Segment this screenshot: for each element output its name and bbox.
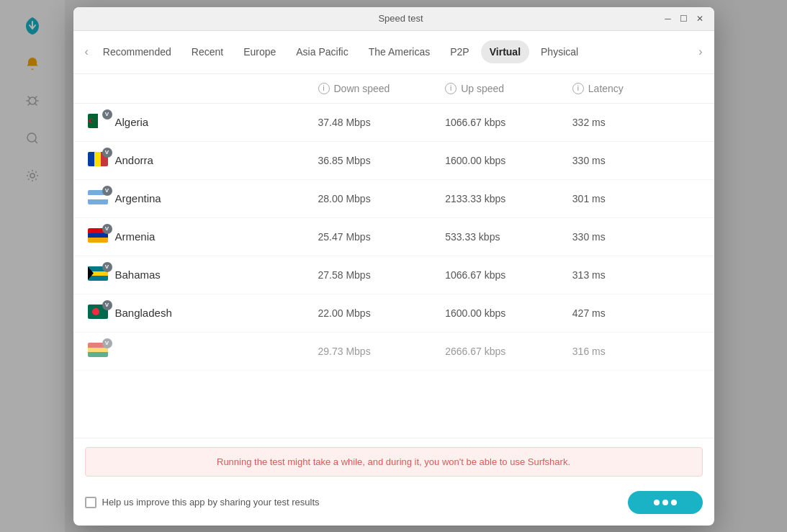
checkbox-label-text: Help us improve this app by sharing your…	[102, 497, 320, 508]
tab-recommended[interactable]: Recommended	[94, 40, 180, 63]
server-latency: 301 ms	[572, 193, 700, 204]
server-latency: 330 ms	[572, 155, 700, 166]
server-name-cell: V Bangladesh	[88, 305, 318, 322]
flag-container: V	[88, 305, 108, 322]
footer-controls: Help us improve this app by sharing your…	[73, 482, 714, 526]
latency-info-icon[interactable]: i	[572, 83, 584, 94]
server-up-speed: 1600.00 kbps	[445, 155, 572, 166]
tabs-list: Recommended Recent Europe Asia Pacific T…	[94, 40, 693, 63]
servers-list[interactable]: ☪ V Algeria 37.48 Mbps 1066.67 kbps 332 …	[73, 104, 714, 438]
server-down-speed: 36.85 Mbps	[318, 155, 446, 166]
server-latency: 427 ms	[572, 307, 700, 319]
dot-2	[662, 500, 668, 505]
tabs-next-button[interactable]: ›	[693, 42, 708, 61]
server-latency: 332 ms	[572, 117, 700, 128]
flag-container: V	[88, 266, 108, 284]
virtual-badge: V	[102, 262, 112, 272]
server-down-speed: 22.00 Mbps	[318, 307, 446, 319]
latency-label: Latency	[588, 83, 624, 94]
table-row[interactable]: V Andorra 36.85 Mbps 1600.00 kbps 330 ms	[73, 142, 714, 180]
virtual-badge: V	[102, 186, 112, 196]
share-results-checkbox[interactable]: Help us improve this app by sharing your…	[85, 497, 320, 508]
table-row[interactable]: V Bangladesh 22.00 Mbps 1600.00 kbps 427…	[73, 294, 714, 333]
modal-title: Speed test	[140, 13, 662, 24]
tabs-container: ‹ Recommended Recent Europe Asia Pacific…	[73, 31, 714, 74]
table-row[interactable]: V Armenia 25.47 Mbps 533.33 kbps 330 ms	[73, 218, 714, 256]
server-country-name: Argentina	[115, 192, 161, 204]
server-down-speed: 29.73 Mbps	[318, 346, 446, 357]
up-speed-info-icon[interactable]: i	[445, 83, 457, 94]
server-country-name: Bangladesh	[115, 307, 172, 319]
server-name-cell: V Armenia	[88, 228, 318, 245]
minimize-button[interactable]: ─	[662, 13, 674, 24]
virtual-badge: V	[102, 300, 112, 310]
server-country-name: Bahamas	[115, 269, 161, 281]
warning-banner: Running the test might take a while, and…	[85, 447, 703, 477]
tab-europe[interactable]: Europe	[235, 40, 284, 63]
checkbox-box[interactable]	[85, 497, 96, 508]
tab-the-americas[interactable]: The Americas	[360, 40, 439, 63]
server-down-speed: 25.47 Mbps	[318, 231, 446, 243]
server-country-name: Algeria	[115, 116, 149, 128]
server-down-speed: 28.00 Mbps	[318, 193, 446, 204]
virtual-badge: V	[102, 224, 112, 234]
loading-dots	[654, 500, 677, 505]
table-row[interactable]: V Bahamas 27.58 Mbps 1066.67 kbps 313 ms	[73, 256, 714, 294]
close-button[interactable]: ✕	[694, 13, 706, 24]
flag-container: V	[88, 190, 108, 207]
flag-container: ☪ V	[88, 114, 108, 131]
server-up-speed: 1066.67 kbps	[445, 269, 572, 281]
server-name-cell: V Bahamas	[88, 266, 318, 284]
flag-container: V	[88, 152, 108, 169]
window-controls: ─ ☐ ✕	[662, 13, 706, 24]
tab-recent[interactable]: Recent	[183, 40, 232, 63]
server-country-name: Armenia	[115, 230, 156, 243]
down-speed-info-icon[interactable]: i	[318, 83, 330, 94]
server-latency: 313 ms	[572, 269, 700, 281]
modal-overlay: Speed test ─ ☐ ✕ ‹ Recommended Recent Eu…	[0, 0, 787, 532]
table-row[interactable]: V 29.73 Mbps 2666.67 kbps 316 ms	[73, 333, 714, 371]
server-up-speed: 1600.00 kbps	[445, 307, 572, 319]
server-up-speed: 2133.33 kbps	[445, 193, 572, 204]
tab-physical[interactable]: Physical	[532, 40, 587, 63]
flag-container: V	[88, 228, 108, 245]
tab-asia-pacific[interactable]: Asia Pacific	[287, 40, 356, 63]
dot-3	[671, 500, 677, 505]
modal-titlebar: Speed test ─ ☐ ✕	[73, 7, 714, 31]
run-test-button[interactable]	[628, 491, 703, 514]
tab-virtual[interactable]: Virtual	[481, 40, 529, 63]
server-country-name: Andorra	[115, 154, 153, 166]
server-name-cell: V Argentina	[88, 190, 318, 207]
server-up-speed: 533.33 kbps	[445, 231, 572, 243]
server-latency: 316 ms	[572, 346, 700, 357]
virtual-badge: V	[102, 109, 112, 120]
tab-p2p[interactable]: P2P	[441, 40, 477, 63]
server-down-speed: 27.58 Mbps	[318, 269, 446, 281]
virtual-badge: V	[102, 148, 112, 158]
virtual-badge: V	[102, 338, 112, 348]
server-name-cell: V	[88, 343, 318, 360]
up-speed-label: Up speed	[461, 83, 504, 94]
server-name-cell: ☪ V Algeria	[88, 114, 318, 131]
col-header-up-speed: i Up speed	[445, 83, 572, 94]
server-up-speed: 2666.67 kbps	[445, 346, 572, 357]
down-speed-label: Down speed	[334, 83, 390, 94]
col-header-down-speed: i Down speed	[318, 83, 446, 94]
table-row[interactable]: V Argentina 28.00 Mbps 2133.33 kbps 301 …	[73, 180, 714, 218]
table-row[interactable]: ☪ V Algeria 37.48 Mbps 1066.67 kbps 332 …	[73, 104, 714, 142]
server-latency: 330 ms	[572, 231, 700, 243]
server-up-speed: 1066.67 kbps	[445, 117, 572, 128]
speed-test-modal: Speed test ─ ☐ ✕ ‹ Recommended Recent Eu…	[73, 7, 714, 526]
maximize-button[interactable]: ☐	[678, 13, 690, 24]
modal-footer: Running the test might take a while, and…	[73, 438, 714, 526]
flag-container: V	[88, 343, 108, 360]
col-header-latency: i Latency	[572, 83, 700, 94]
server-name-cell: V Andorra	[88, 152, 318, 169]
tabs-prev-button[interactable]: ‹	[79, 42, 94, 61]
column-headers: i Down speed i Up speed i Latency	[73, 74, 714, 104]
dot-1	[654, 500, 660, 505]
server-down-speed: 37.48 Mbps	[318, 117, 446, 128]
